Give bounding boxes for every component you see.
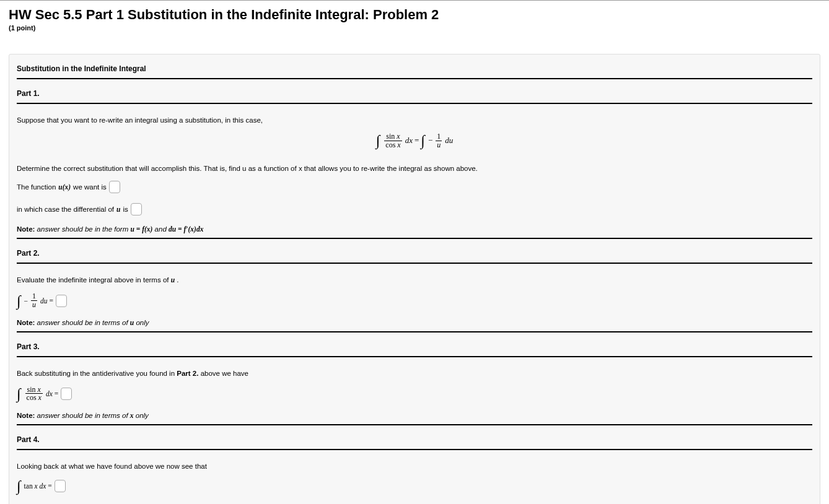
note-body: only [136, 412, 149, 419]
part1-du-row: in which case the differential of u is [17, 198, 812, 220]
divider [17, 331, 812, 332]
part2-answer-input[interactable] [56, 295, 67, 307]
part4-intro: Looking back at what we have found above… [17, 454, 812, 474]
part2-intro: Evaluate the indefinite integral above i… [17, 267, 812, 287]
note-math: u = f(x) [130, 225, 152, 233]
part3-intro: Back substituting in the antiderivative … [17, 361, 812, 381]
part1-du-after: is [123, 206, 128, 213]
note-label: Note: [17, 319, 35, 326]
part1-ux-row: The function u(x) we want is [17, 176, 812, 198]
part2-label: Part 2. [17, 243, 812, 261]
part3-intro-bold: Part 2. [177, 370, 198, 377]
part1-instruction: Determine the correct substitution that … [17, 156, 812, 176]
part1-ux-before: The function [17, 183, 56, 191]
divider [17, 356, 812, 357]
divider [17, 103, 812, 104]
part1-ux-input[interactable] [109, 181, 120, 193]
note-math: u [130, 319, 134, 326]
part4-label: Part 4. [17, 429, 812, 448]
note-body: answer should be in terms of [37, 319, 130, 326]
divider [17, 263, 812, 264]
part4-answer-input[interactable] [55, 480, 66, 492]
part4-note: Note: answer should be in terms of x onl… [17, 498, 812, 504]
note-body: answer should be in terms of [37, 412, 130, 419]
note-label: Note: [17, 225, 35, 233]
part1-equation: ∫ sin x cos x dx = ∫ − 1 u du [17, 128, 812, 156]
note-math: x [130, 412, 134, 419]
section-title: Substitution in the Indefinite Integral [17, 61, 812, 77]
note-body: only [136, 319, 149, 326]
page-title: HW Sec 5.5 Part 1 Substitution in the In… [9, 7, 820, 23]
part1-instruction-text: Determine the correct substitution that … [17, 165, 478, 172]
points-label: (1 point) [9, 24, 820, 32]
part3-label: Part 3. [17, 336, 812, 355]
part1-note: Note: answer should be in the form u = f… [17, 220, 812, 237]
part1-intro: Suppose that you want to re-write an int… [17, 108, 812, 128]
part1-du-before: in which case the differential of [17, 206, 114, 213]
note-body: and [155, 225, 169, 233]
part1-du-input[interactable] [131, 203, 142, 215]
part1-ux-after: we want is [73, 183, 107, 191]
note-math: du = f′(x)dx [169, 225, 203, 233]
part2-intro-math: u [171, 276, 175, 284]
part2-note: Note: answer should be in terms of u onl… [17, 314, 812, 330]
part3-equation-row: ∫ sin x cos x dx = [17, 381, 812, 407]
part1-du-math: u [116, 206, 120, 213]
part2-intro-a: Evaluate the indefinite integral above i… [17, 276, 171, 284]
part2-intro-b: . [177, 276, 178, 284]
part3-intro-b: above we have [201, 370, 248, 377]
note-body: answer should be in the form [37, 225, 131, 233]
part3-intro-a: Back substituting in the antiderivative … [17, 370, 177, 377]
part1-label: Part 1. [17, 83, 812, 102]
divider [17, 238, 812, 239]
divider [17, 78, 812, 79]
part2-equation-row: ∫ − 1 u du = [17, 287, 812, 313]
problem-container: Substitution in the Indefinite Integral … [9, 54, 820, 504]
divider [17, 424, 812, 425]
divider [17, 449, 812, 450]
part3-note: Note: answer should be in terms of x onl… [17, 407, 812, 423]
page-header: HW Sec 5.5 Part 1 Substitution in the In… [0, 1, 829, 35]
part1-ux-math: u(x) [58, 183, 71, 191]
part4-equation-row: ∫ tan x dx = [17, 474, 812, 498]
part3-answer-input[interactable] [61, 388, 72, 400]
note-label: Note: [17, 412, 35, 419]
